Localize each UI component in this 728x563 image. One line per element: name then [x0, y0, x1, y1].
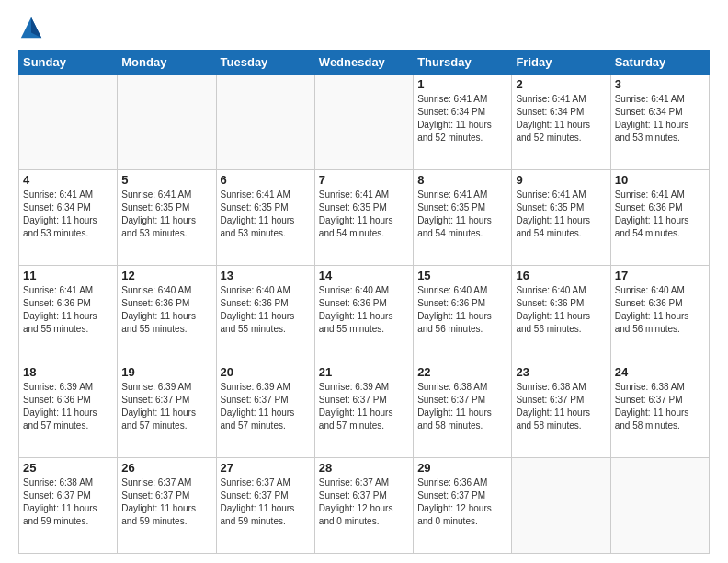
calendar-day-cell: 8Sunrise: 6:41 AMSunset: 6:35 PMDaylight… [414, 170, 512, 266]
calendar-day-cell [512, 457, 610, 553]
calendar-day-cell [610, 457, 709, 553]
day-number: 14 [319, 269, 409, 282]
calendar-day-cell [118, 75, 216, 170]
calendar-day-cell: 25Sunrise: 6:38 AMSunset: 6:37 PMDayligh… [19, 457, 118, 553]
day-info: Sunrise: 6:37 AMSunset: 6:37 PMDaylight:… [221, 477, 311, 528]
calendar-day-cell [216, 75, 314, 170]
logo [18, 15, 48, 40]
day-info: Sunrise: 6:41 AMSunset: 6:35 PMDaylight:… [121, 189, 211, 240]
calendar-week-row: 1Sunrise: 6:41 AMSunset: 6:34 PMDaylight… [19, 75, 710, 170]
calendar-day-cell: 29Sunrise: 6:36 AMSunset: 6:37 PMDayligh… [414, 457, 512, 553]
calendar-week-row: 11Sunrise: 6:41 AMSunset: 6:36 PMDayligh… [19, 266, 710, 362]
day-number: 6 [221, 173, 311, 187]
day-info: Sunrise: 6:37 AMSunset: 6:37 PMDaylight:… [121, 477, 211, 528]
day-number: 18 [23, 365, 113, 379]
header-thursday: Thursday [414, 51, 512, 75]
day-number: 20 [221, 365, 311, 379]
day-info: Sunrise: 6:39 AMSunset: 6:37 PMDaylight:… [319, 381, 409, 432]
calendar-day-cell: 22Sunrise: 6:38 AMSunset: 6:37 PMDayligh… [414, 362, 512, 457]
calendar-day-cell: 20Sunrise: 6:39 AMSunset: 6:37 PMDayligh… [216, 362, 314, 457]
day-number: 2 [516, 77, 606, 91]
day-info: Sunrise: 6:40 AMSunset: 6:36 PMDaylight:… [615, 284, 705, 336]
day-info: Sunrise: 6:41 AMSunset: 6:34 PMDaylight:… [23, 189, 113, 240]
day-info: Sunrise: 6:41 AMSunset: 6:35 PMDaylight:… [221, 189, 311, 240]
day-info: Sunrise: 6:41 AMSunset: 6:35 PMDaylight:… [417, 189, 507, 240]
day-number: 23 [516, 365, 606, 379]
day-number: 29 [417, 461, 507, 475]
day-number: 24 [615, 365, 705, 379]
calendar-day-cell: 10Sunrise: 6:41 AMSunset: 6:36 PMDayligh… [610, 170, 709, 266]
day-number: 4 [23, 173, 113, 187]
day-info: Sunrise: 6:40 AMSunset: 6:36 PMDaylight:… [319, 284, 409, 336]
calendar-body: 1Sunrise: 6:41 AMSunset: 6:34 PMDaylight… [19, 75, 710, 554]
logo-icon [18, 15, 44, 40]
day-number: 8 [417, 173, 507, 187]
day-info: Sunrise: 6:41 AMSunset: 6:34 PMDaylight:… [516, 93, 606, 144]
day-number: 7 [319, 173, 409, 187]
calendar-day-cell: 26Sunrise: 6:37 AMSunset: 6:37 PMDayligh… [118, 457, 216, 553]
calendar-day-cell: 19Sunrise: 6:39 AMSunset: 6:37 PMDayligh… [118, 362, 216, 457]
day-number: 16 [516, 269, 606, 282]
calendar-day-cell: 18Sunrise: 6:39 AMSunset: 6:36 PMDayligh… [19, 362, 118, 457]
calendar-day-cell: 3Sunrise: 6:41 AMSunset: 6:34 PMDaylight… [610, 75, 709, 170]
day-number: 5 [121, 173, 211, 187]
calendar-day-cell: 28Sunrise: 6:37 AMSunset: 6:37 PMDayligh… [314, 457, 413, 553]
day-number: 11 [23, 269, 113, 282]
day-info: Sunrise: 6:38 AMSunset: 6:37 PMDaylight:… [615, 381, 705, 432]
calendar-day-cell: 21Sunrise: 6:39 AMSunset: 6:37 PMDayligh… [314, 362, 413, 457]
day-info: Sunrise: 6:40 AMSunset: 6:36 PMDaylight:… [221, 284, 311, 336]
header-friday: Friday [512, 51, 610, 75]
calendar-day-cell [314, 75, 413, 170]
day-number: 27 [221, 461, 311, 475]
calendar-day-cell: 12Sunrise: 6:40 AMSunset: 6:36 PMDayligh… [118, 266, 216, 362]
day-number: 19 [121, 365, 211, 379]
day-info: Sunrise: 6:39 AMSunset: 6:37 PMDaylight:… [121, 381, 211, 432]
calendar-day-cell: 14Sunrise: 6:40 AMSunset: 6:36 PMDayligh… [314, 266, 413, 362]
day-info: Sunrise: 6:39 AMSunset: 6:37 PMDaylight:… [221, 381, 311, 432]
day-number: 17 [615, 269, 705, 282]
day-number: 26 [121, 461, 211, 475]
calendar-day-cell: 9Sunrise: 6:41 AMSunset: 6:35 PMDaylight… [512, 170, 610, 266]
day-number: 12 [121, 269, 211, 282]
day-info: Sunrise: 6:39 AMSunset: 6:36 PMDaylight:… [23, 381, 113, 432]
day-info: Sunrise: 6:41 AMSunset: 6:35 PMDaylight:… [516, 189, 606, 240]
weekday-header-row: Sunday Monday Tuesday Wednesday Thursday… [19, 51, 710, 75]
calendar-day-cell: 5Sunrise: 6:41 AMSunset: 6:35 PMDaylight… [118, 170, 216, 266]
page: Sunday Monday Tuesday Wednesday Thursday… [0, 0, 728, 563]
day-info: Sunrise: 6:40 AMSunset: 6:36 PMDaylight:… [516, 284, 606, 336]
header-tuesday: Tuesday [216, 51, 314, 75]
day-number: 28 [319, 461, 409, 475]
day-info: Sunrise: 6:38 AMSunset: 6:37 PMDaylight:… [516, 381, 606, 432]
calendar-day-cell: 15Sunrise: 6:40 AMSunset: 6:36 PMDayligh… [414, 266, 512, 362]
header-monday: Monday [118, 51, 216, 75]
day-number: 15 [417, 269, 507, 282]
day-info: Sunrise: 6:38 AMSunset: 6:37 PMDaylight:… [23, 477, 113, 528]
calendar-day-cell: 6Sunrise: 6:41 AMSunset: 6:35 PMDaylight… [216, 170, 314, 266]
header-sunday: Sunday [19, 51, 118, 75]
calendar-day-cell: 27Sunrise: 6:37 AMSunset: 6:37 PMDayligh… [216, 457, 314, 553]
day-info: Sunrise: 6:37 AMSunset: 6:37 PMDaylight:… [319, 477, 409, 528]
calendar-day-cell: 2Sunrise: 6:41 AMSunset: 6:34 PMDaylight… [512, 75, 610, 170]
day-info: Sunrise: 6:38 AMSunset: 6:37 PMDaylight:… [417, 381, 507, 432]
day-number: 1 [417, 77, 507, 91]
calendar-day-cell: 24Sunrise: 6:38 AMSunset: 6:37 PMDayligh… [610, 362, 709, 457]
day-number: 21 [319, 365, 409, 379]
day-info: Sunrise: 6:41 AMSunset: 6:36 PMDaylight:… [23, 284, 113, 336]
day-info: Sunrise: 6:41 AMSunset: 6:35 PMDaylight:… [319, 189, 409, 240]
calendar-day-cell: 13Sunrise: 6:40 AMSunset: 6:36 PMDayligh… [216, 266, 314, 362]
header-saturday: Saturday [610, 51, 709, 75]
calendar-week-row: 18Sunrise: 6:39 AMSunset: 6:36 PMDayligh… [19, 362, 710, 457]
calendar-table: Sunday Monday Tuesday Wednesday Thursday… [18, 50, 710, 554]
header-wednesday: Wednesday [314, 51, 413, 75]
calendar-day-cell: 16Sunrise: 6:40 AMSunset: 6:36 PMDayligh… [512, 266, 610, 362]
calendar-day-cell: 7Sunrise: 6:41 AMSunset: 6:35 PMDaylight… [314, 170, 413, 266]
calendar-day-cell: 4Sunrise: 6:41 AMSunset: 6:34 PMDaylight… [19, 170, 118, 266]
header [18, 15, 710, 40]
day-number: 10 [615, 173, 705, 187]
calendar-day-cell: 11Sunrise: 6:41 AMSunset: 6:36 PMDayligh… [19, 266, 118, 362]
calendar-week-row: 25Sunrise: 6:38 AMSunset: 6:37 PMDayligh… [19, 457, 710, 553]
day-number: 22 [417, 365, 507, 379]
day-info: Sunrise: 6:41 AMSunset: 6:34 PMDaylight:… [615, 93, 705, 144]
day-number: 3 [615, 77, 705, 91]
day-info: Sunrise: 6:41 AMSunset: 6:36 PMDaylight:… [615, 189, 705, 240]
